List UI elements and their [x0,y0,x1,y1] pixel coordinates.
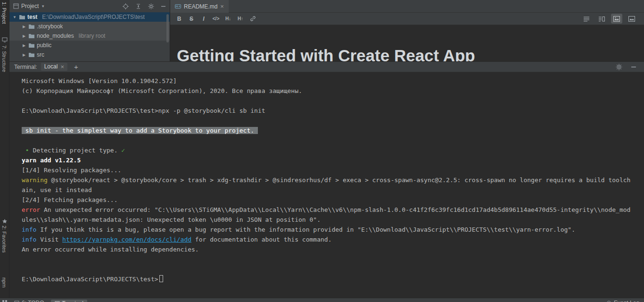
tool-button-structure[interactable]: 7: Structure [1,45,7,72]
chevron-collapsed-icon[interactable]: ▶ [22,43,26,48]
editor-area: README.md × B S I </> H↓ H↑ [170,0,644,61]
hide-panel-icon[interactable] [161,4,166,9]
terminal-line: An error occurred while installing depen… [22,244,644,254]
terminal-line: warning @storybook/react > @storybook/co… [22,175,644,185]
strikethrough-icon[interactable]: S [185,14,198,24]
terminal-tab-local[interactable]: Local × [41,63,67,71]
left-tool-stripe: 1: Project 7: Structure 2: Favorites npm [0,0,9,298]
status-tab-terminal[interactable]: Terminal [51,300,87,302]
tree-item-label: test [27,14,37,20]
auto-scroll-preview-icon[interactable] [626,14,637,24]
tool-button-project[interactable]: 1: Project [1,2,7,24]
settings-gear-icon[interactable] [148,3,154,9]
terminal-output[interactable]: Microsoft Windows [Version 10.0.19042.57… [9,72,644,298]
markdown-editor-content[interactable]: Getting Started with Create React App [170,25,644,61]
terminal-line [22,135,644,145]
tree-item-label: public [37,42,51,49]
split-view-icon[interactable] [596,14,607,24]
tree-item-label: src [37,51,44,58]
chevron-collapsed-icon[interactable]: ▶ [22,34,26,38]
terminal-line: (c) Корпорация Майкрософт (Microsoft Cor… [22,86,644,96]
terminal-panel: Terminal: Local × + Microsoft Windows [V… [9,61,644,298]
markdown-heading: Getting Started with Create React App [177,46,475,61]
italic-icon[interactable]: I [198,14,210,24]
terminal-tab-title: Local [44,63,58,70]
close-tab-icon[interactable]: × [220,3,224,9]
status-tab-todo-label: 6: TODO [22,300,44,302]
terminal-line: E:\Download\JavaScript\PROJECTS\test>npx… [22,106,644,116]
terminal-settings-gear-icon[interactable] [616,64,622,70]
chevron-collapsed-icon[interactable]: ▶ [22,25,26,29]
terminal-cursor [159,275,163,282]
folder-icon [28,42,35,48]
terminal-line: ules\\slash\\.yarn-metadata.json: Unexpe… [22,215,644,225]
header-increase-icon[interactable]: H↑ [234,14,247,24]
link-icon[interactable] [247,14,259,24]
tree-item-label: node_modules [37,33,74,39]
status-tab-todo[interactable]: 6: TODO [14,300,44,302]
collapse-all-icon[interactable] [135,3,141,9]
terminal-line: E:\Download\JavaScript\PROJECTS\test> [22,274,644,284]
terminal-line [22,96,644,106]
status-event-log[interactable]: Event Log [606,300,639,302]
monitor-icon[interactable] [2,37,8,42]
terminal-line: sb init - the simplest way to add a Stor… [22,126,644,135]
preview-view-icon[interactable] [611,14,622,24]
terminal-line: ain, use it instead [22,185,644,195]
tree-item-node-modules[interactable]: ▶ node_modules library root [9,31,170,41]
terminal-line: [1/4] Resolving packages... [22,165,644,175]
folder-icon [19,14,25,20]
terminal-line: info If you think this is a bug, please … [22,225,644,235]
tool-windows-toggle-icon[interactable] [2,300,8,302]
terminal-header: Terminal: Local × + [9,62,644,72]
tree-item-src[interactable]: ▶ src [9,50,170,59]
terminal-line [22,116,644,126]
editor-tab-bar: README.md × [170,0,644,13]
folder-icon [28,24,35,29]
editor-tab-readme[interactable]: README.md × [170,0,229,13]
markdown-view-actions [581,14,641,24]
hide-terminal-icon[interactable] [631,64,636,70]
markdown-toolbar: B S I </> H↓ H↑ [170,13,644,25]
tree-item-suffix: library root [79,33,106,39]
folder-icon [28,33,35,39]
terminal-line: • Detecting project type. ✓ [22,145,644,155]
bold-icon[interactable]: B [173,14,185,24]
tool-button-npm[interactable]: npm [1,277,7,287]
status-event-log-label: Event Log [614,300,639,302]
code-icon[interactable]: </> [210,14,222,24]
terminal-line [22,254,644,264]
project-scrollbar-thumb[interactable] [166,14,169,42]
tree-item-root[interactable]: ▼ test E:\Download\JavaScript\PROJECTS\t… [9,12,170,22]
editor-tab-title: README.md [184,3,217,10]
tree-item-path: E:\Download\JavaScript\PROJECTS\test [42,14,144,20]
tree-item-storybook[interactable]: ▶ .storybook [9,22,170,31]
chevron-collapsed-icon[interactable]: ▶ [22,53,26,57]
header-decrease-icon[interactable]: H↓ [222,14,234,24]
terminal-line: yarn add v1.22.5 [22,155,644,165]
new-terminal-session-icon[interactable]: + [74,63,78,71]
tree-item-label: .storybook [37,23,63,30]
project-panel: Project ▼ ▼ test [9,0,170,61]
terminal-line: error An unexpected error occurred: "C:\… [22,205,644,215]
locate-file-icon[interactable] [123,3,129,9]
terminal-label: Terminal: [14,64,37,70]
terminal-line: Microsoft Windows [Version 10.0.19042.57… [22,76,644,86]
folder-icon [28,52,35,58]
markdown-file-icon [175,3,181,9]
tool-button-favorites[interactable]: 2: Favorites [1,226,7,252]
chevron-expanded-icon[interactable]: ▼ [12,15,17,19]
status-tab-terminal-label: Terminal [62,300,83,302]
terminal-line: [2/4] Fetching packages... [22,195,644,205]
project-view-dropdown[interactable]: Project [21,3,39,9]
tree-item-public[interactable]: ▶ public [9,41,170,50]
ide-window: 1: Project 7: Structure 2: Favorites npm… [0,0,644,302]
project-pane-icon [13,3,19,9]
terminal-line [22,264,644,274]
project-panel-header: Project ▼ [9,0,170,12]
terminal-link[interactable]: https://yarnpkg.com/en/docs/cli/add [62,236,191,243]
close-terminal-tab-icon[interactable]: × [60,64,64,70]
editor-only-view-icon[interactable] [581,14,592,24]
star-icon [2,218,8,224]
chevron-down-icon[interactable]: ▼ [41,4,45,8]
